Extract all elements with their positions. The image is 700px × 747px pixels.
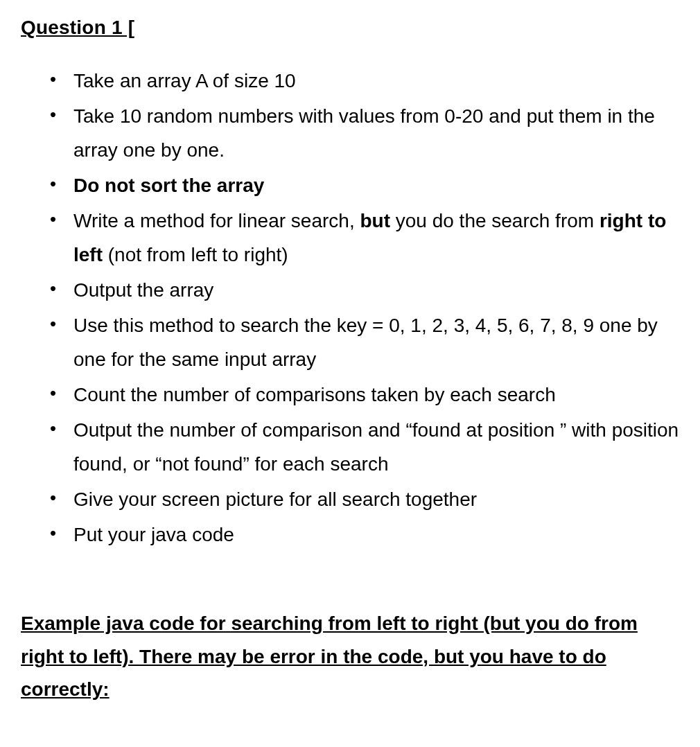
text: (not from left to right) [103,244,288,265]
instruction-list: Take an array A of size 10 Take 10 rando… [21,64,679,552]
text: Write a method for linear search, [73,210,360,231]
example-heading: Example java code for searching from lef… [21,607,679,706]
question-title: Question 1 [ [21,10,679,44]
list-item: Give your screen picture for all search … [50,482,679,516]
list-item: Put your java code [50,518,679,552]
list-item: Use this method to search the key = 0, 1… [50,308,679,376]
list-item: Take an array A of size 10 [50,64,679,98]
list-item: Count the number of comparisons taken by… [50,378,679,412]
list-item: Write a method for linear search, but yo… [50,204,679,272]
list-item: Output the number of comparison and “fou… [50,413,679,481]
text: you do the search from [390,210,600,231]
bold-text: Do not sort the array [73,175,264,196]
list-item: Do not sort the array [50,168,679,202]
list-item: Output the array [50,273,679,307]
list-item: Take 10 random numbers with values from … [50,99,679,167]
bold-text: but [360,210,390,231]
